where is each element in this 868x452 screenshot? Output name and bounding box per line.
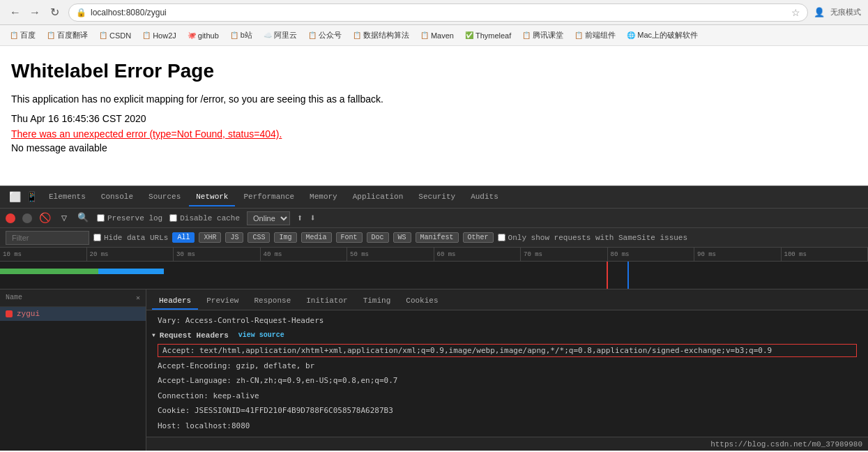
disable-cache-label[interactable]: Disable cache <box>169 214 240 223</box>
network-toolbar: 🚫 ▽ 🔍 Preserve log Disable cache Online … <box>0 209 868 228</box>
forward-button[interactable]: → <box>26 4 43 21</box>
accept-header-row: Accept: text/html,application/xhtml+xml,… <box>158 344 857 357</box>
filter-input[interactable] <box>6 231 89 245</box>
bookmark-how2j[interactable]: 📋 How2J <box>138 30 181 41</box>
filter-other[interactable]: Other <box>463 232 494 243</box>
details-tab-preview[interactable]: Preview <box>199 293 245 310</box>
bookmark-bilibili[interactable]: 📋 b站 <box>226 29 257 42</box>
bookmark-tencent[interactable]: 📋 腾讯课堂 <box>518 29 568 42</box>
bookmark-label: 百度 <box>20 30 36 40</box>
filter-media[interactable]: Media <box>301 232 332 243</box>
bookmark-label-14: Mac上的破解软件 <box>637 30 698 40</box>
filter-js[interactable]: JS <box>225 232 243 243</box>
reload-button[interactable]: ↻ <box>46 4 63 21</box>
bookmark-baidufanyi[interactable]: 📋 百度翻译 <box>43 29 92 42</box>
device-toggle-icon[interactable]: 📱 <box>25 191 38 204</box>
timeline-bar: 10 ms 20 ms 30 ms 40 ms 50 ms 60 ms 70 m… <box>0 248 868 289</box>
file-list-panel: Name ✕ zygui <box>0 289 146 451</box>
tab-security[interactable]: Security <box>411 188 462 206</box>
bookmark-datastruct[interactable]: 📋 数据结构算法 <box>349 29 413 42</box>
tab-network[interactable]: Network <box>189 188 235 206</box>
filter-doc[interactable]: Doc <box>367 232 389 243</box>
address-bar[interactable]: 🔒 localhost:8080/zygui ☆ <box>68 3 808 22</box>
details-tab-response[interactable]: Response <box>247 293 298 310</box>
page-content: Whitelabel Error Page This application h… <box>0 46 868 186</box>
bookmark-aliyun[interactable]: ☁️ 阿里云 <box>259 29 301 42</box>
tick-10ms: 10 ms <box>0 248 87 261</box>
preserve-log-checkbox[interactable] <box>97 214 105 222</box>
upload-icon[interactable]: ⬆ <box>297 212 303 224</box>
tab-console[interactable]: Console <box>94 188 140 206</box>
tab-sources[interactable]: Sources <box>142 188 188 206</box>
record-button[interactable] <box>6 213 15 223</box>
headers-content: Vary: Access-Control-Request-Headers ▼ R… <box>146 310 868 437</box>
search-icon[interactable]: 🔍 <box>77 212 90 225</box>
view-source-link[interactable]: view source <box>238 331 284 339</box>
host-value: Host: localhost:8080 <box>158 421 250 430</box>
hide-data-urls-label[interactable]: Hide data URLs <box>93 234 168 242</box>
filter-xhr[interactable]: XHR <box>199 232 221 243</box>
file-name: zygui <box>17 310 40 318</box>
error-timestamp: Thu Apr 16 16:45:36 CST 2020 <box>11 113 857 124</box>
close-panel-icon[interactable]: ✕ <box>136 294 140 302</box>
filter-ws[interactable]: WS <box>393 232 411 243</box>
collapse-icon[interactable]: ▼ <box>152 332 155 338</box>
bookmark-icon: 📋 <box>10 31 18 39</box>
bookmark-frontend[interactable]: 📋 前端组件 <box>570 29 620 42</box>
bookmark-baidu[interactable]: 📋 百度 <box>6 29 40 42</box>
filter-img[interactable]: Img <box>274 232 296 243</box>
inspect-element-icon[interactable]: ⬜ <box>8 191 21 204</box>
accept-header-value: Accept: text/html,application/xhtml+xml,… <box>162 346 772 355</box>
details-tab-cookies[interactable]: Cookies <box>399 293 445 310</box>
bookmark-thymeleaf[interactable]: ✅ Thymeleaf <box>461 30 515 41</box>
bookmark-label-8: 公众号 <box>319 30 342 40</box>
bookmark-maven[interactable]: 📋 Maven <box>416 30 458 41</box>
bookmark-label-10: Maven <box>431 31 454 40</box>
connection-row: Connection: keep-alive <box>146 389 868 404</box>
accept-encoding-row: Accept-Encoding: gzip, deflate, br <box>146 359 868 374</box>
throttle-select[interactable]: Online <box>247 211 290 225</box>
tab-elements[interactable]: Elements <box>42 188 93 206</box>
filter-all[interactable]: All <box>172 232 195 243</box>
file-item-zygui[interactable]: zygui <box>0 307 146 321</box>
samesite-label[interactable]: Only show requests with SameSite issues <box>498 234 687 242</box>
star-icon[interactable]: ☆ <box>791 7 800 18</box>
accept-encoding-value: Accept-Encoding: gzip, deflate, br <box>158 361 314 370</box>
vary-row: Vary: Access-Control-Request-Headers <box>146 313 868 329</box>
tab-application[interactable]: Application <box>346 188 411 206</box>
bookmark-icon-8: 📋 <box>308 31 317 39</box>
filter-funnel-icon[interactable]: ▽ <box>58 212 70 225</box>
bookmark-csdn[interactable]: 📋 CSDN <box>95 30 135 41</box>
filter-css[interactable]: CSS <box>248 232 270 243</box>
load-line <box>627 262 629 289</box>
preserve-log-label[interactable]: Preserve log <box>97 214 162 223</box>
details-tab-timing[interactable]: Timing <box>356 293 398 310</box>
bookmark-github[interactable]: 🐙 github <box>183 30 223 41</box>
download-icon[interactable]: ⬇ <box>310 212 315 224</box>
details-tab-headers[interactable]: Headers <box>152 293 198 310</box>
hide-data-urls-checkbox[interactable] <box>93 234 101 241</box>
request-headers-label: Request Headers <box>160 331 229 340</box>
stop-recording-button[interactable] <box>22 213 32 223</box>
filter-font[interactable]: Font <box>336 232 363 243</box>
file-list-header: Name ✕ <box>0 289 146 307</box>
details-tab-initiator[interactable]: Initiator <box>299 293 354 310</box>
filter-manifest[interactable]: Manifest <box>416 232 459 243</box>
github-icon: 🐙 <box>188 31 196 39</box>
dom-content-loaded-line <box>607 262 608 289</box>
tab-memory[interactable]: Memory <box>303 188 344 206</box>
disable-cache-checkbox[interactable] <box>169 214 177 222</box>
hide-data-urls-text: Hide data URLs <box>104 234 168 242</box>
bookmark-mac-crack[interactable]: 🌐 Mac上的破解软件 <box>623 29 702 42</box>
details-panel: Headers Preview Response Initiator Timin… <box>146 289 868 451</box>
status-url: https://blog.csdn.net/m0_37989980 <box>710 440 862 449</box>
disable-cache-text: Disable cache <box>180 214 240 223</box>
samesite-checkbox[interactable] <box>498 234 505 241</box>
tab-audits[interactable]: Audits <box>464 188 505 206</box>
bookmark-gongzhonghao[interactable]: 📋 公众号 <box>304 29 346 42</box>
tab-performance[interactable]: Performance <box>236 188 301 206</box>
tick-100ms: 100 ms <box>782 248 869 261</box>
clear-button[interactable]: 🚫 <box>39 212 51 224</box>
back-button[interactable]: ← <box>7 4 24 21</box>
samesite-text: Only show requests with SameSite issues <box>508 234 687 242</box>
